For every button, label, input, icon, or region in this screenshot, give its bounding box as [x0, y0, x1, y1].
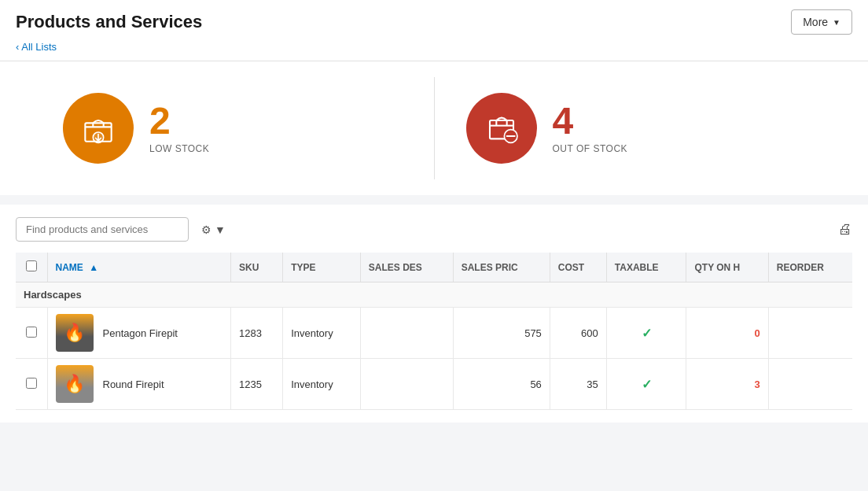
row-checkbox-cell	[16, 359, 47, 410]
out-of-stock-info: 4 OUT OF STOCK	[553, 102, 628, 154]
group-hardscapes: Hardscapes	[16, 282, 852, 308]
product-name-cell: 🔥 Pentagon Firepit	[47, 308, 231, 359]
box-blocked-icon	[482, 109, 521, 148]
low-stock-label: LOW STOCK	[149, 143, 209, 154]
reorder-cell	[768, 308, 852, 359]
sales-price-cell: 56	[453, 359, 550, 410]
cost-cell: 600	[550, 308, 606, 359]
search-input[interactable]	[16, 217, 189, 242]
group-label: Hardscapes	[16, 282, 852, 308]
out-of-stock-card[interactable]: 4 OUT OF STOCK	[435, 77, 837, 179]
products-table-section: ⚙ ▼ 🖨 NAME ▲ SKU TYPE SALES DES SALES PR…	[0, 205, 868, 423]
select-all-checkbox[interactable]	[26, 260, 37, 271]
out-of-stock-label: OUT OF STOCK	[553, 143, 628, 154]
col-name[interactable]: NAME ▲	[47, 253, 231, 282]
out-of-stock-circle	[466, 93, 537, 164]
product-image: 🔥	[56, 314, 94, 352]
filter-icon: ⚙	[201, 223, 211, 236]
row-checkbox[interactable]	[26, 378, 37, 389]
select-all-header	[16, 253, 47, 282]
low-stock-info: 2 LOW STOCK	[149, 102, 209, 154]
product-cell: 🔥 Pentagon Firepit	[56, 314, 223, 352]
page-title: Products and Services	[16, 12, 202, 32]
col-type[interactable]: TYPE	[283, 253, 361, 282]
more-label: More	[803, 16, 828, 28]
print-icon: 🖨	[838, 221, 852, 237]
product-name-cell: 🔥 Round Firepit	[47, 359, 231, 410]
col-name-label: NAME	[56, 262, 83, 273]
col-sales-price[interactable]: SALES PRIC	[453, 253, 550, 282]
table-row: 🔥 Pentagon Firepit 1283 Inventory 575 60…	[16, 308, 852, 359]
all-lists-link[interactable]: All Lists	[16, 41, 57, 53]
qty-value: 0	[755, 327, 760, 339]
toolbar: ⚙ ▼ 🖨	[16, 217, 852, 242]
col-cost[interactable]: COST	[550, 253, 606, 282]
breadcrumb: All Lists	[16, 41, 852, 61]
taxable-cell: ✓	[606, 359, 686, 410]
qty-value: 3	[755, 378, 760, 390]
low-stock-circle	[63, 93, 134, 164]
col-qty-on-hand[interactable]: QTY ON H	[686, 253, 768, 282]
product-image: 🔥	[56, 365, 94, 403]
table-row: 🔥 Round Firepit 1235 Inventory 56 35 ✓ 3	[16, 359, 852, 410]
type-cell: Inventory	[283, 359, 361, 410]
page-header: Products and Services More ▼ All Lists	[0, 0, 868, 61]
products-table: NAME ▲ SKU TYPE SALES DES SALES PRIC COS…	[16, 253, 852, 410]
stock-cards-section: 2 LOW STOCK 4 OUT OF STOCK	[0, 61, 868, 195]
taxable-cell: ✓	[606, 308, 686, 359]
more-button[interactable]: More ▼	[791, 9, 852, 35]
sku-cell: 1235	[231, 359, 283, 410]
chevron-down-icon: ▼	[833, 18, 840, 27]
row-checkbox-cell	[16, 308, 47, 359]
sort-arrow-icon: ▲	[89, 262, 98, 273]
row-checkbox[interactable]	[26, 327, 37, 338]
sales-desc-cell	[360, 359, 453, 410]
filter-button[interactable]: ⚙ ▼	[197, 220, 230, 239]
low-stock-number: 2	[149, 102, 209, 140]
sku-cell: 1283	[231, 308, 283, 359]
col-reorder[interactable]: REORDER	[768, 253, 852, 282]
out-of-stock-number: 4	[553, 102, 628, 140]
qty-cell: 0	[686, 308, 768, 359]
low-stock-card[interactable]: 2 LOW STOCK	[31, 77, 435, 179]
qty-cell: 3	[686, 359, 768, 410]
reorder-cell	[768, 359, 852, 410]
type-cell: Inventory	[283, 308, 361, 359]
sales-price-cell: 575	[453, 308, 550, 359]
product-name: Pentagon Firepit	[103, 327, 178, 339]
taxable-checkmark: ✓	[642, 327, 652, 340]
product-name: Round Firepit	[103, 378, 164, 390]
print-button[interactable]: 🖨	[838, 221, 852, 238]
product-cell: 🔥 Round Firepit	[56, 365, 223, 403]
col-sku[interactable]: SKU	[231, 253, 283, 282]
table-header-row: NAME ▲ SKU TYPE SALES DES SALES PRIC COS…	[16, 253, 852, 282]
taxable-checkmark: ✓	[642, 378, 652, 391]
col-sales-desc[interactable]: SALES DES	[360, 253, 453, 282]
cost-cell: 35	[550, 359, 606, 410]
sales-desc-cell	[360, 308, 453, 359]
filter-dropdown-icon: ▼	[215, 223, 226, 236]
box-down-icon	[79, 109, 118, 148]
col-taxable[interactable]: TAXABLE	[606, 253, 686, 282]
